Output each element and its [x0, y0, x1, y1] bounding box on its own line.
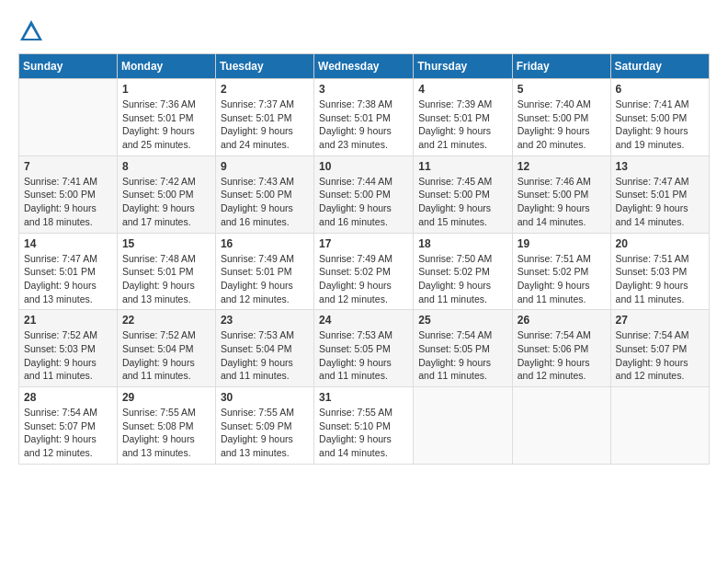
day-number: 19: [518, 237, 606, 250]
day-number: 29: [122, 391, 210, 404]
day-of-week-header: Thursday: [414, 54, 512, 79]
day-number: 17: [319, 237, 408, 250]
day-number: 8: [122, 160, 210, 173]
calendar-day-cell: 23Sunrise: 7:53 AMSunset: 5:04 PMDayligh…: [215, 310, 313, 387]
day-info: Sunrise: 7:41 AMSunset: 5:00 PMDaylight:…: [616, 98, 704, 152]
day-info: Sunrise: 7:55 AMSunset: 5:09 PMDaylight:…: [221, 406, 309, 460]
day-number: 26: [518, 314, 606, 327]
day-info: Sunrise: 7:46 AMSunset: 5:00 PMDaylight:…: [518, 175, 606, 229]
calendar-day-cell: 5Sunrise: 7:40 AMSunset: 5:00 PMDaylight…: [512, 79, 610, 156]
calendar-day-cell: 26Sunrise: 7:54 AMSunset: 5:06 PMDayligh…: [512, 310, 610, 387]
day-number: 23: [221, 314, 309, 327]
day-number: 13: [616, 160, 704, 173]
day-info: Sunrise: 7:38 AMSunset: 5:01 PMDaylight:…: [319, 98, 408, 152]
day-info: Sunrise: 7:55 AMSunset: 5:08 PMDaylight:…: [122, 406, 210, 460]
calendar-day-cell: 25Sunrise: 7:54 AMSunset: 5:05 PMDayligh…: [414, 310, 512, 387]
calendar-day-cell: 17Sunrise: 7:49 AMSunset: 5:02 PMDayligh…: [314, 233, 414, 310]
day-of-week-header: Wednesday: [314, 54, 414, 79]
day-number: 1: [122, 83, 210, 96]
day-info: Sunrise: 7:49 AMSunset: 5:02 PMDaylight:…: [319, 252, 408, 306]
day-info: Sunrise: 7:53 AMSunset: 5:05 PMDaylight:…: [319, 328, 408, 383]
day-info: Sunrise: 7:55 AMSunset: 5:10 PMDaylight:…: [319, 406, 408, 460]
calendar-day-cell: 20Sunrise: 7:51 AMSunset: 5:03 PMDayligh…: [610, 233, 709, 310]
day-info: Sunrise: 7:44 AMSunset: 5:00 PMDaylight:…: [319, 175, 408, 229]
day-info: Sunrise: 7:37 AMSunset: 5:01 PMDaylight:…: [221, 98, 309, 152]
day-number: 14: [24, 237, 112, 250]
day-number: 4: [418, 83, 506, 96]
calendar-table: SundayMondayTuesdayWednesdayThursdayFrid…: [18, 53, 710, 465]
day-info: Sunrise: 7:39 AMSunset: 5:01 PMDaylight:…: [418, 98, 506, 152]
day-info: Sunrise: 7:40 AMSunset: 5:00 PMDaylight:…: [518, 98, 606, 152]
calendar-day-cell: 18Sunrise: 7:50 AMSunset: 5:02 PMDayligh…: [414, 233, 512, 310]
day-info: Sunrise: 7:54 AMSunset: 5:07 PMDaylight:…: [616, 328, 704, 383]
day-number: 9: [221, 160, 309, 173]
day-info: Sunrise: 7:51 AMSunset: 5:02 PMDaylight:…: [518, 252, 606, 306]
day-number: 21: [24, 314, 112, 327]
calendar-day-cell: 2Sunrise: 7:37 AMSunset: 5:01 PMDaylight…: [215, 79, 313, 156]
day-info: Sunrise: 7:49 AMSunset: 5:01 PMDaylight:…: [221, 252, 309, 306]
day-info: Sunrise: 7:50 AMSunset: 5:02 PMDaylight:…: [418, 252, 506, 306]
calendar-day-cell: 3Sunrise: 7:38 AMSunset: 5:01 PMDaylight…: [314, 79, 414, 156]
calendar-day-cell: [414, 387, 512, 465]
calendar-week-row: 28Sunrise: 7:54 AMSunset: 5:07 PMDayligh…: [19, 387, 710, 465]
calendar-day-cell: [610, 387, 709, 465]
day-number: 22: [122, 314, 210, 327]
calendar-day-cell: 7Sunrise: 7:41 AMSunset: 5:00 PMDaylight…: [19, 155, 118, 233]
calendar-day-cell: [512, 387, 610, 465]
day-info: Sunrise: 7:42 AMSunset: 5:00 PMDaylight:…: [122, 175, 210, 229]
calendar-day-cell: 15Sunrise: 7:48 AMSunset: 5:01 PMDayligh…: [117, 233, 215, 310]
day-info: Sunrise: 7:41 AMSunset: 5:00 PMDaylight:…: [24, 175, 112, 229]
calendar-day-cell: 4Sunrise: 7:39 AMSunset: 5:01 PMDaylight…: [414, 79, 512, 156]
day-of-week-header: Sunday: [19, 54, 118, 79]
day-number: 28: [24, 391, 112, 404]
calendar-day-cell: 1Sunrise: 7:36 AMSunset: 5:01 PMDaylight…: [117, 79, 215, 156]
day-info: Sunrise: 7:51 AMSunset: 5:03 PMDaylight:…: [616, 252, 704, 306]
day-info: Sunrise: 7:43 AMSunset: 5:00 PMDaylight:…: [221, 175, 309, 229]
day-info: Sunrise: 7:45 AMSunset: 5:00 PMDaylight:…: [418, 175, 506, 229]
day-number: 20: [616, 237, 704, 250]
day-of-week-header: Tuesday: [215, 54, 313, 79]
calendar-day-cell: 30Sunrise: 7:55 AMSunset: 5:09 PMDayligh…: [215, 387, 313, 465]
day-number: 24: [319, 314, 408, 327]
day-info: Sunrise: 7:47 AMSunset: 5:01 PMDaylight:…: [616, 175, 704, 229]
calendar-day-cell: 24Sunrise: 7:53 AMSunset: 5:05 PMDayligh…: [314, 310, 414, 387]
day-number: 3: [319, 83, 408, 96]
day-number: 31: [319, 391, 408, 404]
day-number: 5: [518, 83, 606, 96]
calendar-header-row: SundayMondayTuesdayWednesdayThursdayFrid…: [19, 54, 710, 79]
day-number: 27: [616, 314, 704, 327]
day-number: 25: [418, 314, 506, 327]
calendar-day-cell: 8Sunrise: 7:42 AMSunset: 5:00 PMDaylight…: [117, 155, 215, 233]
calendar-day-cell: 29Sunrise: 7:55 AMSunset: 5:08 PMDayligh…: [117, 387, 215, 465]
day-number: 6: [616, 83, 704, 96]
calendar-day-cell: 27Sunrise: 7:54 AMSunset: 5:07 PMDayligh…: [610, 310, 709, 387]
logo: [18, 18, 48, 44]
calendar-week-row: 1Sunrise: 7:36 AMSunset: 5:01 PMDaylight…: [19, 79, 710, 156]
day-of-week-header: Friday: [512, 54, 610, 79]
day-info: Sunrise: 7:54 AMSunset: 5:06 PMDaylight:…: [518, 328, 606, 383]
day-number: 10: [319, 160, 408, 173]
page-header: [18, 18, 710, 44]
calendar-day-cell: [19, 79, 118, 156]
day-number: 30: [221, 391, 309, 404]
day-of-week-header: Monday: [117, 54, 215, 79]
day-number: 11: [418, 160, 506, 173]
calendar-day-cell: 19Sunrise: 7:51 AMSunset: 5:02 PMDayligh…: [512, 233, 610, 310]
day-number: 2: [221, 83, 309, 96]
calendar-day-cell: 14Sunrise: 7:47 AMSunset: 5:01 PMDayligh…: [19, 233, 118, 310]
calendar-day-cell: 9Sunrise: 7:43 AMSunset: 5:00 PMDaylight…: [215, 155, 313, 233]
calendar-week-row: 14Sunrise: 7:47 AMSunset: 5:01 PMDayligh…: [19, 233, 710, 310]
calendar-day-cell: 31Sunrise: 7:55 AMSunset: 5:10 PMDayligh…: [314, 387, 414, 465]
day-info: Sunrise: 7:52 AMSunset: 5:03 PMDaylight:…: [24, 328, 112, 383]
calendar-day-cell: 16Sunrise: 7:49 AMSunset: 5:01 PMDayligh…: [215, 233, 313, 310]
day-number: 12: [518, 160, 606, 173]
day-info: Sunrise: 7:36 AMSunset: 5:01 PMDaylight:…: [122, 98, 210, 152]
day-number: 15: [122, 237, 210, 250]
calendar-day-cell: 13Sunrise: 7:47 AMSunset: 5:01 PMDayligh…: [610, 155, 709, 233]
day-info: Sunrise: 7:54 AMSunset: 5:05 PMDaylight:…: [418, 328, 506, 383]
day-number: 16: [221, 237, 309, 250]
calendar-day-cell: 6Sunrise: 7:41 AMSunset: 5:00 PMDaylight…: [610, 79, 709, 156]
day-info: Sunrise: 7:53 AMSunset: 5:04 PMDaylight:…: [221, 328, 309, 383]
day-of-week-header: Saturday: [610, 54, 709, 79]
calendar-day-cell: 12Sunrise: 7:46 AMSunset: 5:00 PMDayligh…: [512, 155, 610, 233]
